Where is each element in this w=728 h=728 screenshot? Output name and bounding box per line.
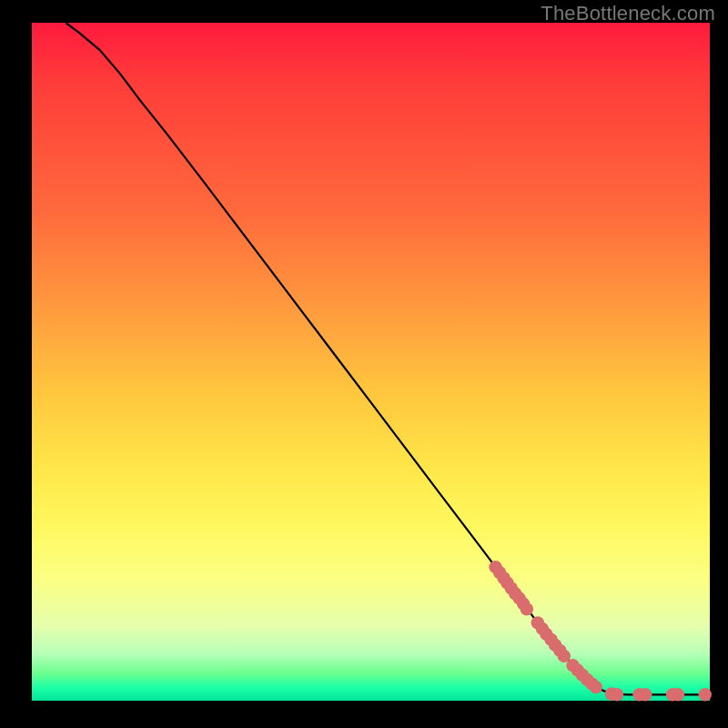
chart-svg: [32, 23, 710, 701]
data-markers: [489, 561, 712, 701]
data-point: [611, 688, 623, 701]
data-point: [639, 688, 652, 701]
data-point: [521, 602, 533, 615]
data-point: [672, 688, 684, 701]
chart-frame: TheBottleneck.com: [0, 0, 728, 728]
data-point: [699, 688, 712, 701]
data-point: [590, 681, 602, 693]
bottleneck-curve: [66, 23, 710, 694]
